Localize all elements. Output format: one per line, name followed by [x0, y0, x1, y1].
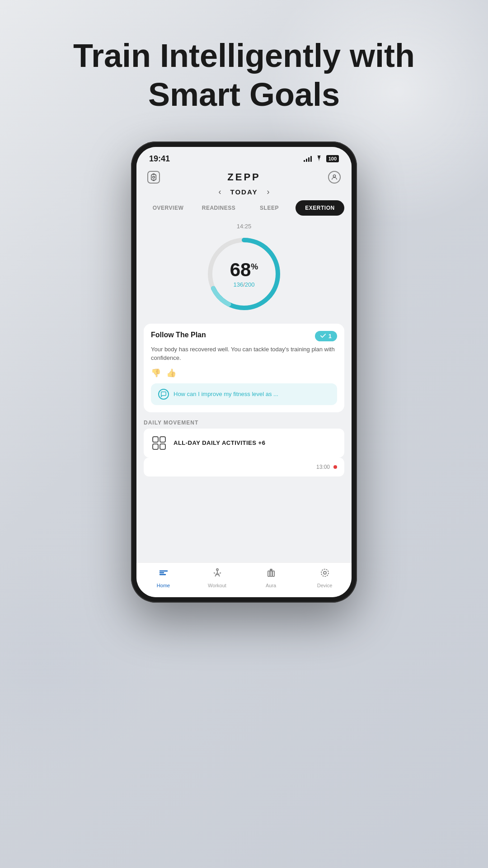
- status-time: 19:41: [149, 154, 170, 164]
- red-dot: [333, 465, 337, 469]
- nav-device[interactable]: Device: [311, 567, 338, 588]
- date-nav: ‹ TODAY ›: [136, 185, 352, 200]
- circle-center: 68% 136/200: [230, 260, 258, 288]
- wifi-icon: [315, 155, 323, 162]
- watch-icon[interactable]: [147, 171, 160, 184]
- card-title: Follow The Plan: [151, 331, 206, 339]
- tab-sleep[interactable]: SLEEP: [245, 200, 294, 216]
- ai-chat-icon: [158, 389, 169, 400]
- cards-area: Follow The Plan 1 Your body has recovere…: [136, 322, 352, 562]
- svg-rect-0: [151, 175, 156, 180]
- ai-prompt-text: How can I improve my fitness level as ..…: [174, 391, 278, 397]
- page-title: Train Intelligently with Smart Goals: [0, 36, 488, 114]
- nav-aura[interactable]: Aura: [258, 567, 285, 588]
- signal-icon: [304, 156, 312, 162]
- phone-frame: 19:41 100: [131, 142, 357, 603]
- next-activity-item[interactable]: 13:00: [144, 458, 344, 476]
- tab-readiness[interactable]: READINESS: [194, 200, 243, 216]
- svg-point-10: [216, 569, 218, 571]
- circle-time: 14:25: [237, 223, 252, 230]
- app-header: ZEPP: [136, 167, 352, 185]
- circle-section: 14:25 68% 136/200: [136, 219, 352, 322]
- svg-rect-14: [270, 570, 272, 571]
- svg-point-2: [333, 175, 335, 177]
- progress-circle: 68% 136/200: [203, 233, 285, 315]
- profile-icon[interactable]: [328, 171, 341, 184]
- tab-exertion[interactable]: EXERTION: [296, 200, 344, 216]
- svg-point-16: [321, 569, 328, 576]
- circle-percent: 68%: [230, 260, 258, 279]
- card-actions: 👎 👍: [151, 368, 337, 378]
- svg-point-15: [324, 571, 326, 574]
- activity-time: 13:00: [316, 464, 330, 470]
- follow-plan-card: Follow The Plan 1 Your body has recovere…: [144, 324, 344, 412]
- date-label: TODAY: [230, 188, 258, 196]
- prev-date-button[interactable]: ‹: [219, 187, 221, 197]
- svg-rect-12: [268, 571, 270, 576]
- ai-prompt-button[interactable]: How can I improve my fitness level as ..…: [151, 383, 337, 405]
- device-icon: [319, 567, 330, 581]
- nav-device-label: Device: [317, 583, 333, 588]
- app-logo: ZEPP: [227, 171, 260, 183]
- thumbs-down-button[interactable]: 👎: [151, 368, 161, 378]
- workout-icon: [212, 567, 223, 581]
- nav-workout[interactable]: Workout: [204, 567, 231, 588]
- home-icon: [158, 567, 169, 581]
- svg-rect-8: [153, 444, 158, 449]
- status-bar: 19:41 100: [136, 147, 352, 167]
- circle-values: 136/200: [230, 281, 258, 288]
- nav-home-label: Home: [157, 583, 170, 588]
- activity-icon: [151, 435, 167, 451]
- card-description: Your body has recovered well. You can ta…: [151, 345, 337, 363]
- svg-rect-6: [153, 437, 158, 442]
- next-date-button[interactable]: ›: [267, 187, 269, 197]
- daily-movement-section: DAILY MOVEMENT ALL-DAY DAILY ACTIVITIES …: [144, 416, 344, 476]
- thumbs-up-button[interactable]: 👍: [166, 368, 176, 378]
- svg-point-1: [153, 176, 155, 179]
- card-header: Follow The Plan 1: [151, 331, 337, 341]
- status-icons: 100: [304, 155, 339, 162]
- activity-name: ALL-DAY DAILY ACTIVITIES +6: [174, 439, 265, 446]
- svg-rect-7: [160, 437, 165, 442]
- section-label: DAILY MOVEMENT: [144, 416, 344, 429]
- battery-indicator: 100: [326, 155, 339, 162]
- phone-screen: 19:41 100: [136, 147, 352, 597]
- nav-home[interactable]: Home: [150, 567, 177, 588]
- activity-item[interactable]: ALL-DAY DAILY ACTIVITIES +6: [144, 429, 344, 458]
- aura-icon: [266, 567, 277, 581]
- bottom-nav: Home Workout: [136, 562, 352, 597]
- tab-overview[interactable]: OVERVIEW: [144, 200, 192, 216]
- tabs-container: OVERVIEW READINESS SLEEP EXERTION: [136, 200, 352, 216]
- card-badge: 1: [315, 331, 337, 341]
- svg-rect-9: [160, 444, 165, 449]
- nav-workout-label: Workout: [208, 583, 226, 588]
- svg-rect-13: [272, 571, 274, 576]
- nav-aura-label: Aura: [266, 583, 276, 588]
